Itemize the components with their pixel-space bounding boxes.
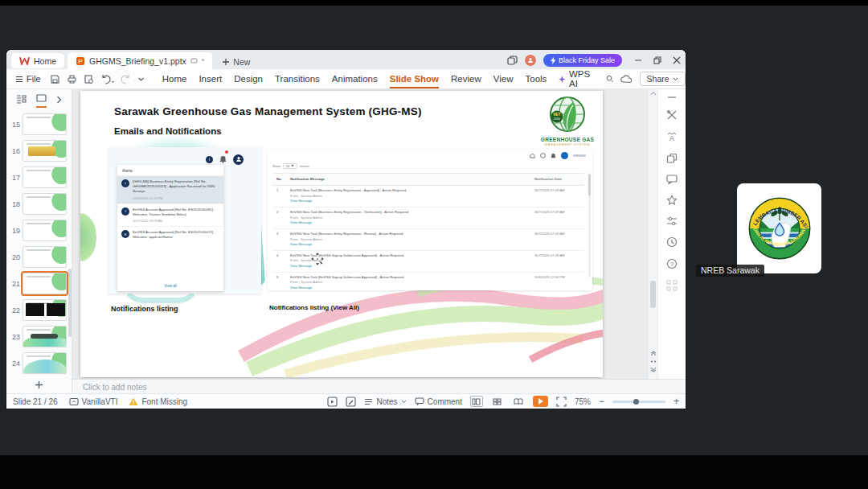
entries-select[interactable]: 10	[283, 163, 297, 169]
slide-navigator-button[interactable]	[650, 360, 657, 364]
zoom-in-button[interactable]: +	[674, 396, 679, 407]
next-slide-button[interactable]	[650, 367, 657, 372]
new-tab-button[interactable]: New	[222, 57, 250, 67]
previous-slide-button[interactable]	[650, 351, 657, 356]
slide-canvas-area[interactable]: Sarawak Greenhouse Gas Management System…	[72, 89, 648, 379]
thumbnail-row-20[interactable]: 20	[6, 244, 72, 270]
customize-qat-icon[interactable]	[137, 76, 145, 83]
thumbnail-row-21[interactable]: 21	[6, 270, 72, 297]
thumbnail-row-23[interactable]: 23	[6, 323, 72, 350]
slide-thumbnail[interactable]	[23, 113, 67, 135]
undo-button[interactable]	[100, 74, 114, 84]
panel-scrollbar[interactable]	[68, 269, 72, 337]
comment-button[interactable]: Comment	[415, 397, 462, 406]
slide-view-toggle[interactable]	[36, 91, 47, 108]
menu-home[interactable]: Home	[162, 74, 187, 84]
styles-icon[interactable]: A	[666, 131, 678, 142]
slide-thumbnail[interactable]	[23, 193, 67, 215]
comment-pane-icon[interactable]	[666, 175, 678, 184]
apps-grid-icon[interactable]	[666, 280, 678, 291]
slideshow-play-button[interactable]	[533, 396, 548, 407]
add-slide-button[interactable]	[6, 376, 72, 393]
thumbnail-row-15[interactable]: 15	[6, 111, 72, 138]
notes-pane[interactable]: Click to add notes	[72, 379, 686, 394]
menu-slide-show[interactable]: Slide Show	[390, 74, 439, 84]
cloud-sync-icon[interactable]	[620, 75, 633, 84]
zoom-percentage[interactable]: 75%	[575, 397, 591, 406]
slide-thumbnail-selected[interactable]	[23, 273, 67, 294]
thumbnail-row-18[interactable]: 18	[6, 191, 72, 217]
thumbnail-row-22[interactable]: 22	[6, 297, 72, 323]
view-message-link[interactable]: View Message	[290, 242, 312, 246]
quick-tools-icon[interactable]	[666, 109, 678, 121]
thumbnail-row-19[interactable]: 19	[6, 217, 72, 244]
thumbnail-row-17[interactable]: 17	[6, 164, 72, 191]
view-message-link[interactable]: View Message	[290, 220, 312, 224]
thumbnail-row-16[interactable]: 16	[6, 138, 72, 164]
alert-item[interactable]: J EnVISS Account Approved [Ref No. ES/20…	[117, 204, 223, 227]
shapes-icon[interactable]	[666, 153, 678, 164]
thumbnail-row-24[interactable]: 24	[6, 350, 72, 376]
menu-animations[interactable]: Animations	[332, 74, 378, 84]
collapse-panel-icon[interactable]	[56, 96, 62, 104]
minimize-button[interactable]	[634, 56, 642, 64]
save-icon[interactable]	[50, 74, 60, 84]
slide-thumbnail[interactable]	[23, 166, 67, 188]
redo-button[interactable]	[121, 74, 131, 84]
menu-view[interactable]: View	[493, 74, 514, 84]
print-preview-icon[interactable]	[84, 74, 94, 84]
slide-thumbnail[interactable]	[23, 352, 67, 374]
outline-view-icon[interactable]	[16, 95, 27, 104]
menu-insert[interactable]: Insert	[199, 74, 222, 84]
font-missing-warning[interactable]: Font Missing	[129, 397, 187, 406]
help-icon[interactable]: ?	[666, 258, 678, 269]
normal-view-button[interactable]	[470, 396, 483, 407]
menu-wps-ai[interactable]: WPS AI	[559, 69, 594, 88]
slide-thumbnail[interactable]	[23, 220, 67, 241]
fit-screen-icon[interactable]	[556, 397, 567, 407]
home-tab[interactable]: Home	[11, 53, 64, 68]
search-icon[interactable]	[606, 74, 614, 84]
zoom-slider[interactable]	[612, 401, 665, 403]
slide-thumbnail[interactable]	[23, 246, 67, 268]
restore-button[interactable]	[653, 56, 661, 64]
menu-design[interactable]: Design	[234, 74, 263, 84]
menu-review[interactable]: Review	[451, 74, 481, 84]
properties-icon[interactable]	[666, 216, 678, 226]
theme-indicator[interactable]: VanillaVTI	[69, 397, 118, 406]
black-friday-sale-button[interactable]: Black Friday Sale	[543, 54, 622, 67]
print-icon[interactable]	[67, 74, 77, 84]
notes-toggle[interactable]: Notes	[364, 397, 406, 406]
alert-item[interactable]: T [GHG-MS] Business Entity Registration …	[117, 176, 223, 204]
zoom-out-button[interactable]: −	[599, 396, 604, 407]
user-avatar[interactable]	[525, 55, 536, 66]
pen-tools-icon[interactable]	[346, 397, 356, 407]
file-menu-button[interactable]: File	[13, 74, 43, 84]
view-all-link[interactable]: View all	[117, 281, 223, 291]
zoom-slider-thumb[interactable]	[633, 399, 639, 405]
hide-pane-icon[interactable]	[667, 96, 677, 99]
slide-sorter-button[interactable]	[491, 396, 504, 407]
menu-tools[interactable]: Tools	[526, 74, 547, 84]
view-message-link[interactable]: View Message	[290, 286, 312, 290]
slide-thumbnail[interactable]	[23, 326, 67, 347]
alert-item[interactable]: N EnVISS Account Approved [Ref No. ES/20…	[117, 227, 223, 243]
scrollbar-thumb[interactable]	[650, 281, 656, 308]
history-icon[interactable]	[666, 236, 678, 248]
document-tab[interactable]: P GHGMS_Briefing_v1.pptx *	[68, 52, 212, 69]
share-button[interactable]: Share	[640, 72, 686, 86]
canvas-scrollbar[interactable]	[648, 89, 657, 379]
slide-21[interactable]: Sarawak Greenhouse Gas Management System…	[80, 91, 603, 377]
play-from-current-icon[interactable]	[327, 397, 338, 407]
favorites-icon[interactable]	[666, 195, 678, 206]
slide-thumbnail[interactable]	[23, 299, 67, 321]
scroll-up-icon[interactable]	[650, 91, 657, 96]
view-message-link[interactable]: View Message	[290, 264, 312, 268]
close-button[interactable]	[673, 56, 681, 64]
slide-thumbnail[interactable]	[23, 140, 67, 162]
menu-transitions[interactable]: Transitions	[275, 74, 320, 84]
view-message-link[interactable]: View Message	[290, 199, 312, 203]
side-by-side-icon[interactable]	[507, 55, 518, 66]
reading-view-button[interactable]	[512, 396, 525, 407]
tab-preview-icon[interactable]	[190, 57, 198, 64]
